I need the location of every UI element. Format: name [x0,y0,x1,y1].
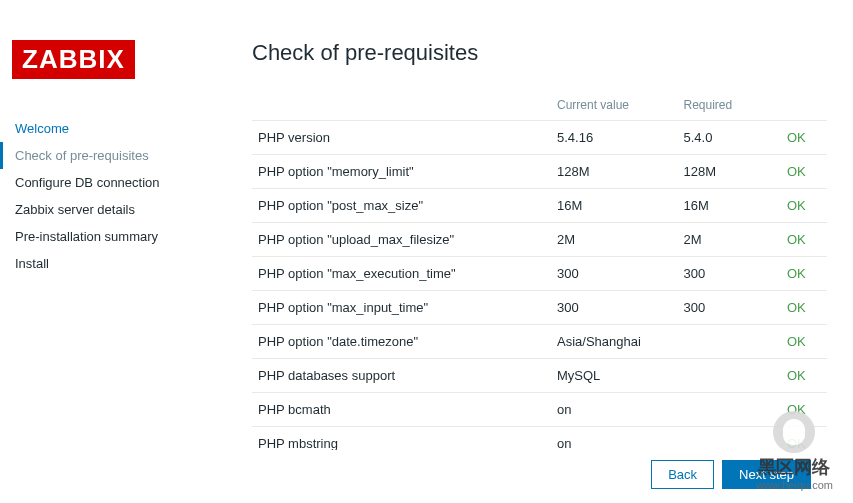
cell-name: PHP option "post_max_size" [252,189,551,223]
requisites-table: Current value Required PHP version5.4.16… [252,90,827,450]
cell-current: 5.4.16 [551,121,678,155]
cell-required: 2M [678,223,782,257]
table-row: PHP option "upload_max_filesize"2M2MOK [252,223,827,257]
page-title: Check of pre-requisites [252,40,841,66]
cell-status: OK [781,223,827,257]
cell-status: OK [781,257,827,291]
cell-status: OK [781,325,827,359]
sidebar: ZABBIX WelcomeCheck of pre-requisitesCon… [12,40,232,503]
cell-status: OK [781,427,827,451]
cell-required [678,325,782,359]
cell-current: on [551,427,678,451]
cell-name: PHP option "upload_max_filesize" [252,223,551,257]
cell-current: 128M [551,155,678,189]
cell-name: PHP option "memory_limit" [252,155,551,189]
requisites-scroll[interactable]: Current value Required PHP version5.4.16… [252,90,841,450]
wizard-buttons: Back Next step [651,460,811,489]
requisites-tbody: PHP version5.4.165.4.0OKPHP option "memo… [252,121,827,451]
cell-current: on [551,393,678,427]
col-header-name [252,90,551,121]
cell-name: PHP option "date.timezone" [252,325,551,359]
cell-required: 5.4.0 [678,121,782,155]
table-row: PHP bcmathonOK [252,393,827,427]
step-nav: WelcomeCheck of pre-requisitesConfigure … [12,115,232,277]
table-row: PHP databases supportMySQLOK [252,359,827,393]
cell-status: OK [781,291,827,325]
table-row: PHP option "max_execution_time"300300OK [252,257,827,291]
cell-name: PHP databases support [252,359,551,393]
next-step-button[interactable]: Next step [722,460,811,489]
logo: ZABBIX [12,40,135,79]
cell-status: OK [781,189,827,223]
sidebar-item-step-1[interactable]: Check of pre-requisites [0,142,232,169]
cell-current: MySQL [551,359,678,393]
col-header-current: Current value [551,90,678,121]
col-header-status [781,90,827,121]
sidebar-item-step-4[interactable]: Pre-installation summary [0,223,232,250]
sidebar-item-step-2[interactable]: Configure DB connection [0,169,232,196]
sidebar-item-step-3[interactable]: Zabbix server details [0,196,232,223]
cell-status: OK [781,155,827,189]
table-row: PHP version5.4.165.4.0OK [252,121,827,155]
cell-current: 2M [551,223,678,257]
table-row: PHP option "max_input_time"300300OK [252,291,827,325]
col-header-required: Required [678,90,782,121]
cell-required [678,393,782,427]
cell-current: 16M [551,189,678,223]
main-content: Check of pre-requisites Current value Re… [232,40,841,503]
cell-required [678,427,782,451]
table-row: PHP mbstringonOK [252,427,827,451]
cell-required: 128M [678,155,782,189]
cell-status: OK [781,393,827,427]
sidebar-item-step-0[interactable]: Welcome [0,115,232,142]
cell-status: OK [781,359,827,393]
cell-required: 300 [678,291,782,325]
table-row: PHP option "post_max_size"16M16MOK [252,189,827,223]
cell-current: 300 [551,291,678,325]
cell-name: PHP option "max_execution_time" [252,257,551,291]
cell-required: 300 [678,257,782,291]
cell-current: Asia/Shanghai [551,325,678,359]
back-button[interactable]: Back [651,460,714,489]
sidebar-item-step-5[interactable]: Install [0,250,232,277]
cell-status: OK [781,121,827,155]
cell-current: 300 [551,257,678,291]
cell-required: 16M [678,189,782,223]
cell-name: PHP version [252,121,551,155]
table-row: PHP option "memory_limit"128M128MOK [252,155,827,189]
cell-name: PHP option "max_input_time" [252,291,551,325]
cell-required [678,359,782,393]
cell-name: PHP mbstring [252,427,551,451]
cell-name: PHP bcmath [252,393,551,427]
table-row: PHP option "date.timezone"Asia/ShanghaiO… [252,325,827,359]
